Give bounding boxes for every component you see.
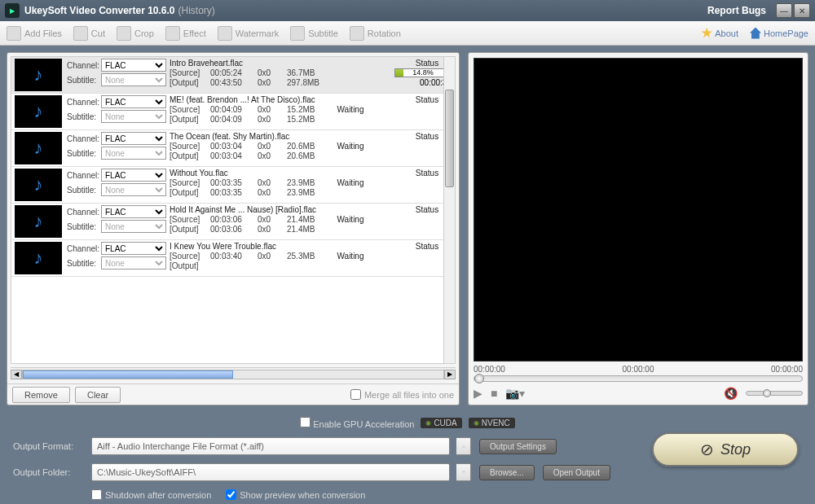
output-folder-field[interactable]: C:\Music-UkeySoft\AIFF\ xyxy=(91,463,450,481)
music-thumbnail-icon xyxy=(15,242,62,274)
homepage-link[interactable]: HomePage xyxy=(750,28,808,39)
subtitle-button[interactable]: Subtitle xyxy=(290,26,338,41)
crop-button[interactable]: Crop xyxy=(117,26,154,41)
scroll-left-arrow[interactable]: ◀ xyxy=(11,370,22,379)
channel-select[interactable]: FLAC xyxy=(101,132,166,145)
status-value: Waiting xyxy=(326,142,375,151)
video-preview xyxy=(474,58,803,362)
minimize-button[interactable]: — xyxy=(776,3,792,18)
effect-button[interactable]: Effect xyxy=(165,26,206,41)
preview-checkbox[interactable]: Show preview when conversion xyxy=(226,489,365,500)
channel-select[interactable]: FLAC xyxy=(101,205,166,218)
subtitle-select[interactable]: None xyxy=(101,256,166,270)
time-mid: 00:00:00 xyxy=(623,365,654,374)
cuda-badge: CUDA xyxy=(421,418,461,428)
star-icon xyxy=(701,28,712,39)
watermark-icon xyxy=(218,26,232,41)
file-name: ME! (feat. Brendon ...! At The Disco).fl… xyxy=(170,95,403,104)
watermark-button[interactable]: Watermark xyxy=(218,26,279,41)
close-button[interactable]: ✕ xyxy=(794,3,810,18)
output-format-label: Output Format: xyxy=(13,441,83,451)
subtitle-select[interactable]: None xyxy=(101,73,166,86)
merge-checkbox[interactable]: Merge all files into one xyxy=(350,389,454,400)
file-name: Intro Braveheart.flac xyxy=(170,59,403,68)
subtitle-select[interactable]: None xyxy=(101,110,166,123)
music-thumbnail-icon xyxy=(15,59,62,91)
seek-slider[interactable] xyxy=(474,375,803,382)
preview-panel: 00:00:00 00:00:00 00:00:00 ▶ ■ 📷▾ 🔇 xyxy=(468,52,808,405)
history-link[interactable]: (History) xyxy=(178,5,215,16)
music-thumbnail-icon xyxy=(15,205,62,238)
time-end: 00:00:00 xyxy=(771,365,803,374)
status-value: Waiting xyxy=(326,105,375,114)
vertical-scrollbar[interactable] xyxy=(443,57,455,363)
file-name: I Knew You Were Trouble.flac xyxy=(170,242,403,251)
file-item[interactable]: Channel:FLAC Subtitle:None I Knew You We… xyxy=(11,240,455,277)
app-title: UkeySoft Video Converter 10.6.0 xyxy=(24,5,175,16)
folder-dropdown-button[interactable]: ▾ xyxy=(456,463,471,481)
volume-slider[interactable] xyxy=(746,391,803,396)
play-button[interactable]: ▶ xyxy=(474,387,482,400)
about-link[interactable]: About xyxy=(701,28,738,39)
output-format-field[interactable]: Aiff - Audio Interchange File Format (*.… xyxy=(91,437,450,455)
toolbar: Add Files Cut Crop Effect Watermark Subt… xyxy=(0,21,815,46)
subtitle-icon xyxy=(290,26,305,41)
file-item[interactable]: Channel:FLAC Subtitle:None ME! (feat. Br… xyxy=(11,94,455,130)
scroll-right-arrow[interactable]: ▶ xyxy=(444,370,456,379)
time-start: 00:00:00 xyxy=(474,365,505,374)
cut-icon xyxy=(73,26,88,41)
file-item[interactable]: Channel:FLAC Subtitle:None Intro Bravehe… xyxy=(11,57,455,94)
output-folder-label: Output Folder: xyxy=(13,467,83,477)
gpu-checkbox[interactable]: Enable GPU Acceleration xyxy=(300,417,414,429)
stop-button[interactable]: Stop xyxy=(652,432,799,467)
crop-icon xyxy=(117,26,131,41)
snapshot-button[interactable]: 📷▾ xyxy=(505,387,525,400)
volume-icon[interactable]: 🔇 xyxy=(724,387,738,400)
home-icon xyxy=(750,28,761,39)
file-item[interactable]: Channel:FLAC Subtitle:None The Ocean (fe… xyxy=(11,130,455,167)
remove-button[interactable]: Remove xyxy=(12,387,70,403)
music-thumbnail-icon xyxy=(15,95,62,128)
music-thumbnail-icon xyxy=(15,132,62,164)
clear-button[interactable]: Clear xyxy=(75,387,121,403)
file-list-panel: Channel:FLAC Subtitle:None Intro Bravehe… xyxy=(7,52,460,405)
add-files-icon xyxy=(7,26,21,41)
file-name: Hold It Against Me ... Nause) [Radio].fl… xyxy=(170,205,403,214)
cut-button[interactable]: Cut xyxy=(73,26,105,41)
status-value: Waiting xyxy=(326,215,375,224)
music-thumbnail-icon xyxy=(15,169,62,201)
horizontal-scrollbar[interactable]: ◀ ▶ xyxy=(11,367,456,380)
rotation-icon xyxy=(350,26,364,41)
shutdown-checkbox[interactable]: Shutdown after conversion xyxy=(91,489,211,500)
nvenc-badge: NVENC xyxy=(469,418,515,428)
file-item[interactable]: Channel:FLAC Subtitle:None Hold It Again… xyxy=(11,204,455,240)
channel-select[interactable]: FLAC xyxy=(101,59,166,72)
file-name: The Ocean (feat. Shy Martin).flac xyxy=(170,132,403,141)
report-bugs-link[interactable]: Report Bugs xyxy=(707,5,766,16)
subtitle-select[interactable]: None xyxy=(101,147,166,160)
format-dropdown-button[interactable]: ▴ xyxy=(456,437,471,455)
status-value: Waiting xyxy=(326,178,375,187)
file-item[interactable]: Channel:FLAC Subtitle:None Without You.f… xyxy=(11,167,455,204)
output-settings-button[interactable]: Output Settings xyxy=(479,439,557,454)
channel-select[interactable]: FLAC xyxy=(101,242,166,255)
stop-playback-button[interactable]: ■ xyxy=(491,387,497,400)
rotation-button[interactable]: Rotation xyxy=(350,26,401,41)
browse-button[interactable]: Browse... xyxy=(479,465,535,480)
file-list: Channel:FLAC Subtitle:None Intro Bravehe… xyxy=(11,56,456,364)
open-output-button[interactable]: Open Output xyxy=(543,465,610,480)
add-files-button[interactable]: Add Files xyxy=(7,26,62,41)
file-name: Without You.flac xyxy=(170,169,403,177)
app-logo-icon xyxy=(5,3,20,18)
channel-select[interactable]: FLAC xyxy=(101,95,166,108)
status-value: Waiting xyxy=(326,252,375,261)
effect-icon xyxy=(165,26,180,41)
subtitle-select[interactable]: None xyxy=(101,183,166,196)
titlebar: UkeySoft Video Converter 10.6.0 (History… xyxy=(0,0,815,21)
channel-select[interactable]: FLAC xyxy=(101,169,166,182)
subtitle-select[interactable]: None xyxy=(101,220,166,233)
